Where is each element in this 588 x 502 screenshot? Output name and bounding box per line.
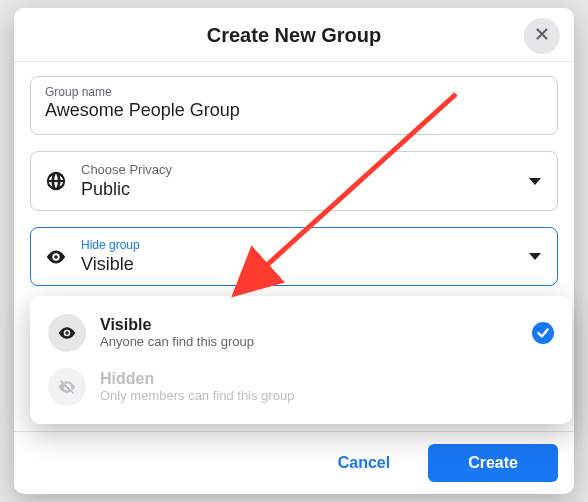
group-name-value: Awesome People Group [45, 99, 543, 122]
group-name-field[interactable]: Group name Awesome People Group [30, 76, 558, 135]
eye-icon [48, 314, 86, 352]
close-button[interactable] [524, 18, 560, 54]
create-group-modal: Create New Group Group name Awesome Peop… [14, 8, 574, 494]
cancel-button[interactable]: Cancel [310, 444, 418, 482]
globe-icon [45, 170, 67, 192]
option-title: Hidden [100, 369, 554, 388]
visibility-field[interactable]: Hide group Visible [30, 227, 558, 286]
visibility-option-visible[interactable]: Visible Anyone can find this group [36, 306, 566, 360]
close-icon [533, 25, 551, 47]
option-subtitle: Anyone can find this group [100, 334, 518, 351]
visibility-dropdown: Visible Anyone can find this group Hidde… [30, 296, 572, 424]
eye-off-icon [48, 368, 86, 406]
modal-header: Create New Group [14, 8, 574, 62]
create-button[interactable]: Create [428, 444, 558, 482]
visibility-label: Hide group [81, 238, 515, 252]
privacy-text: Choose Privacy Public [81, 162, 515, 200]
option-text: Visible Anyone can find this group [100, 315, 518, 351]
option-title: Visible [100, 315, 518, 334]
option-text: Hidden Only members can find this group [100, 369, 554, 405]
check-icon [532, 322, 554, 344]
modal-body: Group name Awesome People Group Choose P… [14, 62, 574, 431]
privacy-label: Choose Privacy [81, 162, 515, 178]
modal-title: Create New Group [14, 24, 574, 47]
chevron-down-icon [529, 253, 541, 260]
modal-footer: Cancel Create [14, 431, 574, 494]
chevron-down-icon [529, 178, 541, 185]
option-subtitle: Only members can find this group [100, 388, 554, 405]
visibility-option-hidden[interactable]: Hidden Only members can find this group [36, 360, 566, 414]
privacy-field[interactable]: Choose Privacy Public [30, 151, 558, 211]
group-name-label: Group name [45, 85, 543, 99]
privacy-value: Public [81, 178, 515, 201]
visibility-value: Visible [81, 253, 515, 276]
visibility-text: Hide group Visible [81, 238, 515, 275]
eye-icon [45, 246, 67, 268]
